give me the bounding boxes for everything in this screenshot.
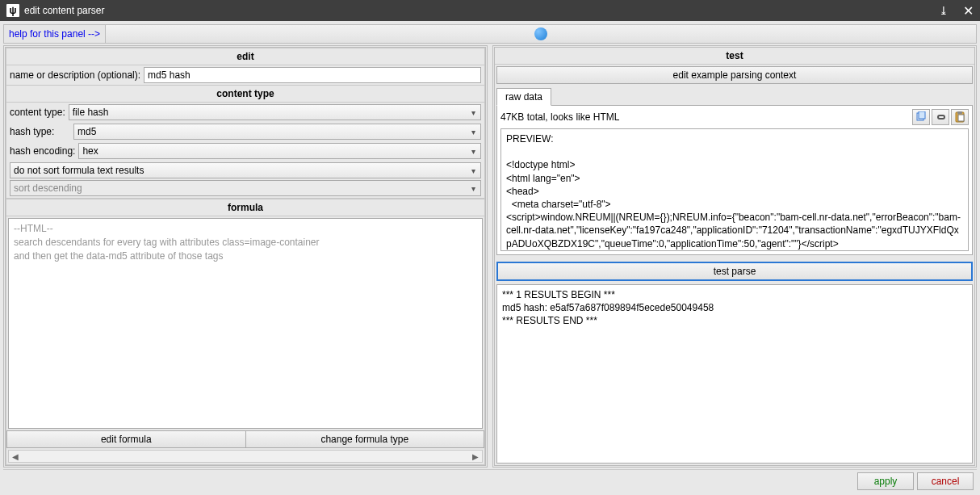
test-panel: test edit example parsing context raw da… [492, 45, 977, 468]
content-type-select[interactable]: file hash [69, 104, 481, 120]
hash-encoding-label: hash encoding: [10, 145, 75, 157]
test-title: test [495, 48, 974, 65]
scroll-left-icon[interactable]: ◀ [9, 452, 22, 461]
close-icon[interactable]: ✕ [963, 3, 974, 19]
help-strip[interactable] [106, 25, 976, 43]
tab-raw-data[interactable]: raw data [496, 88, 551, 106]
edit-formula-button[interactable]: edit formula [6, 430, 245, 448]
size-info: 47KB total, looks like HTML [500, 111, 911, 123]
content-type-label: content type: [10, 107, 65, 118]
window: ψ edit content parser ⤓ ✕ help for this … [0, 0, 980, 495]
horizontal-scrollbar[interactable]: ◀ ▶ [8, 450, 483, 463]
footer: apply cancel [3, 469, 977, 492]
scroll-right-icon[interactable]: ▶ [469, 452, 482, 461]
link-icon [935, 111, 946, 123]
paste-button[interactable] [951, 109, 969, 125]
link-button[interactable] [932, 109, 949, 125]
minimize-icon[interactable]: ⤓ [939, 4, 949, 17]
edit-panel: edit name or description (optional): con… [3, 45, 488, 468]
window-title: edit content parser [24, 5, 939, 16]
hash-encoding-select[interactable]: hex [78, 143, 481, 159]
edit-title: edit [6, 48, 484, 65]
sort-mode-select[interactable]: do not sort formula text results [10, 162, 481, 178]
preview-textarea[interactable]: PREVIEW: <!doctype html> <html lang="en"… [500, 128, 969, 251]
titlebar: ψ edit content parser ⤓ ✕ [0, 0, 980, 21]
app-icon: ψ [6, 4, 19, 17]
tabs: raw data [495, 86, 974, 105]
copy-icon [915, 111, 927, 123]
client-area: help for this panel --> edit name or des… [0, 21, 980, 495]
svg-rect-1 [919, 111, 925, 119]
info-row: 47KB total, looks like HTML [500, 109, 969, 125]
formula-title: formula [6, 199, 484, 216]
copy-button[interactable] [912, 109, 930, 125]
formula-buttons: edit formula change formula type [6, 430, 484, 448]
svg-rect-4 [958, 115, 964, 121]
help-link[interactable]: help for this panel --> [4, 25, 106, 43]
formula-section: formula --HTML-- search descendants for … [6, 199, 485, 465]
content-type-section: content type content type: file hash has… [6, 85, 484, 198]
content-type-title: content type [6, 86, 484, 103]
edit-section: edit name or description (optional): con… [6, 48, 485, 199]
help-icon [534, 27, 547, 40]
results-textarea[interactable]: *** 1 RESULTS BEGIN *** md5 hash: e5af57… [496, 284, 973, 464]
name-row: name or description (optional): [6, 65, 484, 85]
test-parse-button[interactable]: test parse [496, 262, 973, 281]
edit-context-button[interactable]: edit example parsing context [496, 66, 973, 84]
apply-button[interactable]: apply [857, 472, 914, 490]
window-buttons: ⤓ ✕ [939, 3, 974, 19]
formula-textarea[interactable]: --HTML-- search descendants for every ta… [8, 218, 483, 429]
help-row: help for this panel --> [3, 24, 977, 44]
hash-type-label: hash type: [10, 126, 70, 137]
main-split: edit name or description (optional): con… [3, 45, 977, 468]
change-formula-type-button[interactable]: change formula type [245, 430, 485, 448]
name-input[interactable] [144, 67, 481, 83]
cancel-button[interactable]: cancel [917, 472, 974, 490]
clipboard-icon [954, 111, 965, 123]
hash-type-select[interactable]: md5 [73, 124, 481, 140]
sort-order-select: sort descending [10, 180, 481, 196]
svg-rect-3 [957, 111, 962, 114]
raw-data-pane: 47KB total, looks like HTML PREVIEW: <!d… [496, 105, 973, 255]
name-label: name or description (optional): [10, 69, 140, 81]
